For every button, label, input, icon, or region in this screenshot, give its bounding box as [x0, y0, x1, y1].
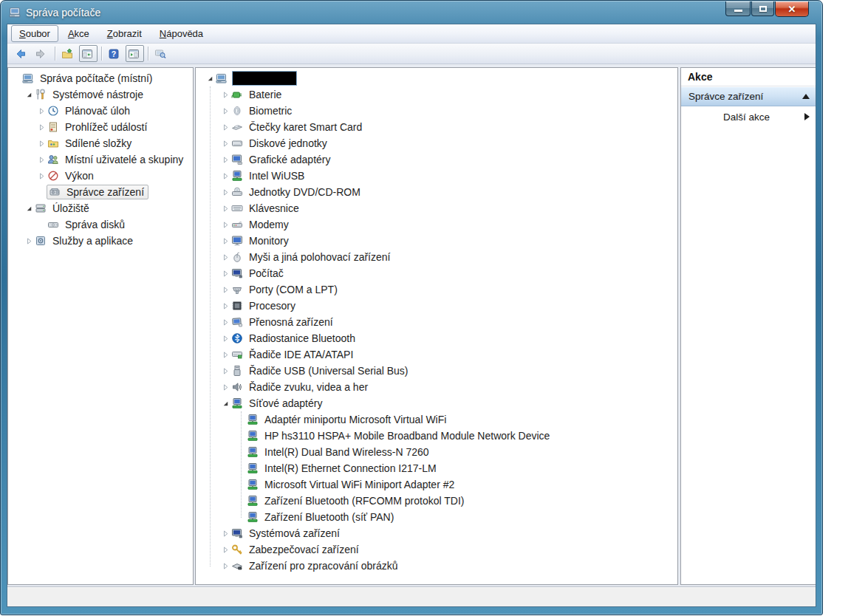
- tree-item[interactable]: Monitory: [196, 233, 677, 249]
- arrow-back-button[interactable]: [13, 45, 31, 62]
- tree-item[interactable]: Intel(R) Ethernet Connection I217-LM: [196, 460, 677, 476]
- expand-arrow-icon[interactable]: [220, 346, 230, 363]
- actions-panel[interactable]: Akce Správce zařízení Další akce: [680, 67, 816, 585]
- tree-item[interactable]: Biometric: [196, 103, 677, 119]
- collapse-section-icon[interactable]: [802, 94, 810, 99]
- tree-item[interactable]: Správa počítače (místní): [8, 70, 193, 86]
- clock-icon: [47, 105, 59, 117]
- tree-item[interactable]: Porty (COM a LPT): [196, 281, 677, 298]
- tree-item[interactable]: Správa disků: [8, 216, 193, 233]
- console-tree-panel[interactable]: Správa počítače (místní)Systémové nástro…: [7, 67, 194, 585]
- expand-arrow-icon[interactable]: [36, 103, 47, 119]
- tree-item[interactable]: Zařízení pro zpracování obrázků: [196, 558, 677, 574]
- tree-item[interactable]: Adaptér miniportu Microsoft Virtual WiFi: [196, 411, 677, 428]
- expand-arrow-icon[interactable]: [220, 249, 230, 265]
- device-tree-panel[interactable]: BaterieBiometricČtečky karet Smart CardD…: [195, 67, 678, 585]
- expand-arrow-icon[interactable]: [36, 119, 47, 135]
- collapse-arrow-icon[interactable]: [205, 70, 215, 86]
- scan-hardware-button[interactable]: [152, 45, 171, 62]
- title-bar[interactable]: Správa počítače ✕: [1, 1, 822, 24]
- tree-item[interactable]: Zařízení Bluetooth (síť PAN): [196, 509, 677, 525]
- tree-item[interactable]: Grafické adaptéry: [196, 151, 677, 168]
- expand-arrow-icon[interactable]: [220, 541, 230, 558]
- tree-item[interactable]: Správce zařízení: [8, 184, 193, 200]
- tree-item[interactable]: Radiostanice Bluetooth: [196, 330, 677, 346]
- expand-arrow-icon[interactable]: [220, 314, 230, 330]
- expand-arrow-icon[interactable]: [36, 135, 47, 151]
- tree-item[interactable]: Diskové jednotky: [196, 135, 677, 151]
- expand-arrow-icon[interactable]: [36, 151, 47, 168]
- help-button[interactable]: [106, 45, 124, 62]
- tree-item[interactable]: Čtečky karet Smart Card: [196, 119, 677, 135]
- expand-arrow-icon[interactable]: [220, 379, 230, 395]
- expand-arrow-icon[interactable]: [220, 200, 230, 216]
- tree-item[interactable]: Výkon: [8, 168, 193, 184]
- tree-item[interactable]: Intel(R) Dual Band Wireless-N 7260: [196, 444, 677, 460]
- expand-arrow-icon[interactable]: [220, 281, 230, 298]
- tree-item[interactable]: Jednotky DVD/CD-ROM: [196, 184, 677, 200]
- expand-arrow-icon[interactable]: [220, 265, 230, 281]
- tree-item[interactable]: Klávesnice: [196, 200, 677, 216]
- expand-arrow-icon[interactable]: [24, 233, 34, 249]
- menu-item-napoveda[interactable]: Nápověda: [151, 25, 211, 42]
- menu-item-zobrazit[interactable]: Zobrazit: [99, 25, 150, 42]
- expand-arrow-icon[interactable]: [220, 330, 230, 346]
- tree-item[interactable]: Služby a aplikace: [8, 233, 193, 249]
- expand-arrow-icon[interactable]: [36, 168, 47, 184]
- collapse-arrow-icon[interactable]: [220, 395, 230, 411]
- tree-item[interactable]: Sdílené složky: [8, 135, 193, 151]
- collapse-arrow-icon[interactable]: [24, 86, 34, 103]
- arrow-forward-button[interactable]: [33, 45, 51, 62]
- expand-arrow-icon[interactable]: [220, 233, 230, 249]
- minimize-button[interactable]: [725, 1, 751, 16]
- expand-arrow-icon[interactable]: [220, 558, 230, 574]
- expand-arrow-icon[interactable]: [220, 86, 230, 103]
- tree-item[interactable]: HP hs3110 HSPA+ Mobile Broadband Module …: [196, 428, 677, 444]
- tree-item[interactable]: Baterie: [196, 86, 677, 103]
- tree-item[interactable]: Přenosná zařízení: [196, 314, 677, 330]
- more-actions-item[interactable]: Další akce: [681, 106, 816, 127]
- expand-arrow-icon[interactable]: [220, 363, 230, 379]
- tree-item[interactable]: Systémová zařízení: [196, 525, 677, 541]
- tree-item[interactable]: Intel WiUSB: [196, 168, 677, 184]
- collapse-arrow-icon[interactable]: [24, 200, 34, 216]
- menu-item-akce[interactable]: Akce: [60, 25, 98, 42]
- tree-item[interactable]: Procesory: [196, 298, 677, 314]
- tree-item[interactable]: Zabezpečovací zařízení: [196, 541, 677, 558]
- expand-arrow-icon[interactable]: [220, 216, 230, 233]
- console-tree-button[interactable]: [79, 45, 98, 62]
- tree-item[interactable]: Zařízení Bluetooth (RFCOMM protokol TDI): [196, 493, 677, 509]
- tree-item[interactable]: Prohlížeč událostí: [8, 119, 193, 135]
- tree-item[interactable]: Modemy: [196, 216, 677, 233]
- tree-item-label: Počítač: [247, 267, 286, 280]
- tree-item[interactable]: Myši a jiná polohovací zařízení: [196, 249, 677, 265]
- tree-item[interactable]: Systémové nástroje: [8, 86, 193, 103]
- expand-arrow-icon[interactable]: [220, 184, 230, 200]
- tree-item[interactable]: Místní uživatelé a skupiny: [8, 151, 193, 168]
- menu-item-soubor[interactable]: Soubor: [11, 25, 58, 42]
- tree-item[interactable]: Řadiče IDE ATA/ATAPI: [196, 346, 677, 363]
- tree-item[interactable]: Úložiště: [8, 200, 193, 216]
- expand-arrow-icon[interactable]: [220, 151, 230, 168]
- expand-arrow-icon[interactable]: [220, 119, 230, 135]
- tree-item[interactable]: Řadiče zvuku, videa a her: [196, 379, 677, 395]
- tree-item[interactable]: Síťové adaptéry: [196, 395, 677, 411]
- expand-arrow-icon[interactable]: [220, 525, 230, 541]
- close-button[interactable]: ✕: [775, 1, 809, 17]
- folder-up-button[interactable]: [59, 45, 78, 62]
- actions-section-device-manager[interactable]: Správce zařízení: [681, 86, 816, 106]
- expand-arrow-icon[interactable]: [220, 103, 230, 119]
- expand-arrow-icon[interactable]: [220, 168, 230, 184]
- tree-item[interactable]: Počítač: [196, 265, 677, 281]
- expand-arrow-icon[interactable]: [220, 135, 230, 151]
- expand-arrow-icon[interactable]: [220, 298, 230, 314]
- maximize-button[interactable]: [751, 1, 774, 16]
- tree-item[interactable]: [196, 70, 677, 86]
- tree-item[interactable]: Plánovač úloh: [8, 103, 193, 119]
- action-pane-button[interactable]: [126, 45, 144, 62]
- tree-item-label: Prohlížeč událostí: [63, 120, 149, 134]
- tree-item-label: Radiostanice Bluetooth: [247, 332, 358, 345]
- tree-item-label: HP hs3110 HSPA+ Mobile Broadband Module …: [262, 429, 552, 442]
- tree-item[interactable]: Microsoft Virtual WiFi Miniport Adapter …: [196, 476, 677, 493]
- tree-item[interactable]: Řadiče USB (Universal Serial Bus): [196, 363, 677, 379]
